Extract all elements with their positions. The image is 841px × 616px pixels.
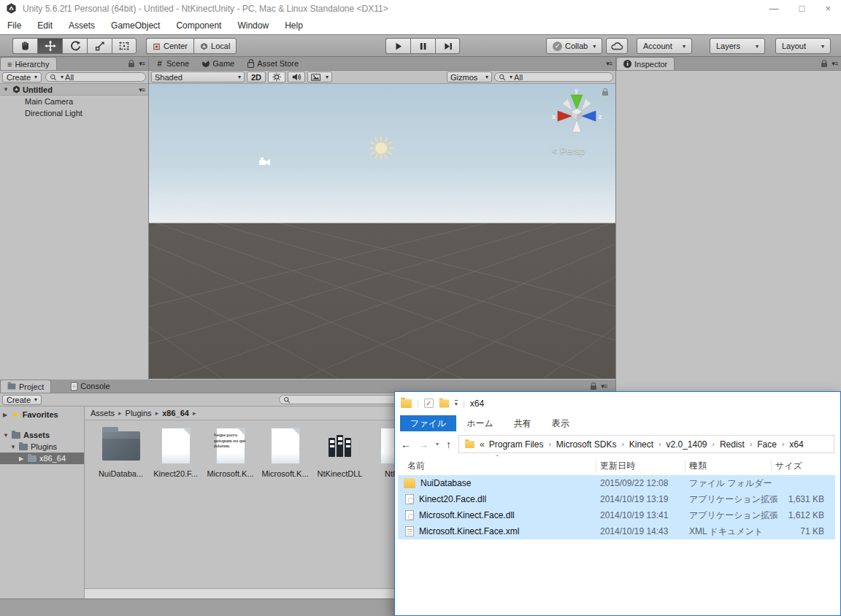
column-header-type[interactable]: 種類 [686, 460, 772, 472]
scene-search-input[interactable]: ▾ All [494, 72, 613, 82]
column-header-name[interactable]: 名前 [404, 460, 596, 472]
tab-console[interactable]: Console [64, 380, 116, 393]
minimize-button[interactable]: — [769, 3, 779, 14]
folder-icon[interactable] [439, 399, 450, 407]
maximize-button[interactable]: □ [799, 3, 805, 14]
explorer-title-bar[interactable]: | ✓ ▾ | x64 [395, 392, 840, 415]
effects-dropdown[interactable]: ▾ [307, 72, 332, 82]
address-crumb[interactable]: Microsoft SDKs [556, 439, 617, 450]
scene-viewport[interactable]: y x z < Persp [149, 84, 615, 379]
address-crumb[interactable]: Kinect [629, 439, 653, 450]
breadcrumb-item[interactable]: x86_64 [162, 409, 189, 417]
collab-button[interactable]: ✓ Collab ▾ [546, 38, 602, 54]
file-row[interactable]: Kinect20.Face.dll 2014/10/19 13:19 アプリケー… [398, 491, 835, 507]
quick-access-dropdown-icon[interactable]: ▾ [455, 400, 458, 407]
ribbon-tab[interactable]: ファイル [400, 415, 456, 431]
foldout-icon[interactable]: ▼ [3, 432, 9, 439]
breadcrumb-item[interactable]: Assets [91, 409, 115, 417]
layers-dropdown[interactable]: Layers ▾ [710, 38, 765, 54]
sun-gizmo[interactable] [365, 132, 397, 164]
panel-menu-icon[interactable]: ▾≡ [606, 60, 612, 67]
pause-button[interactable] [410, 38, 435, 54]
rect-tool-button[interactable] [112, 38, 137, 54]
asset-item[interactable]: Microsoft.K... [258, 426, 312, 478]
lock-icon[interactable] [591, 385, 596, 390]
address-crumb[interactable]: Redist [720, 439, 745, 450]
lock-icon[interactable] [128, 63, 134, 67]
rotate-tool-button[interactable] [62, 38, 87, 54]
view-tab[interactable]: Asset Store [241, 57, 305, 70]
scene-header-row[interactable]: ▼ Untitled ▾≡ [0, 84, 148, 96]
project-create-button[interactable]: Create ▾ [2, 395, 42, 405]
hierarchy-item[interactable]: Main Camera [0, 96, 148, 107]
up-button[interactable]: ↑ [446, 439, 451, 450]
file-row[interactable]: Microsoft.Kinect.Face.dll 2014/10/19 13:… [398, 507, 835, 523]
panel-menu-icon[interactable]: ▾≡ [832, 60, 837, 67]
menu-item[interactable]: Component [176, 20, 221, 31]
foldout-icon[interactable]: ▶ [3, 412, 9, 418]
ribbon-tab[interactable]: 表示 [542, 415, 580, 431]
lock-icon[interactable] [821, 63, 827, 67]
camera-gizmo[interactable] [258, 157, 272, 167]
asset-item[interactable]: Neque porro quisquam est qui dolorem. Mi… [203, 426, 258, 478]
pivot-center-button[interactable]: Center [146, 38, 193, 54]
hierarchy-search-input[interactable]: ▾ All [45, 72, 146, 82]
asset-item[interactable]: Kinect20.F... [148, 426, 203, 478]
address-crumb[interactable]: Program Files [489, 439, 544, 450]
address-crumb[interactable]: v2.0_1409 [666, 439, 707, 450]
address-crumb[interactable]: Face [757, 439, 777, 450]
tree-item-plugins[interactable]: ▼ Plugins [0, 441, 84, 453]
asset-item[interactable]: NtKinectDLL [312, 426, 367, 478]
tree-item-assets[interactable]: ▼ Assets [0, 429, 84, 441]
ribbon-tab[interactable]: 共有 [504, 415, 542, 431]
hand-tool-button[interactable] [12, 38, 37, 54]
pivot-local-button[interactable]: Local [193, 38, 237, 54]
menu-item[interactable]: File [7, 20, 21, 31]
asset-item[interactable]: NuiDataba... [93, 426, 148, 478]
2d-toggle-button[interactable]: 2D [247, 72, 266, 82]
axis-gizmo[interactable]: y x z [548, 86, 605, 143]
file-row[interactable]: Microsoft.Kinect.Face.xml 2014/10/19 14:… [398, 523, 835, 539]
menu-item[interactable]: Assets [69, 20, 95, 31]
hierarchy-item[interactable]: Directional Light [0, 107, 148, 119]
view-tab[interactable]: Scene [149, 57, 196, 70]
column-header-date[interactable]: 更新日時 [596, 460, 686, 472]
column-header-size[interactable]: サイズ [772, 460, 834, 472]
menu-item[interactable]: Window [237, 20, 269, 31]
tab-project[interactable]: Project [0, 380, 51, 393]
tab-hierarchy[interactable]: ≡ Hierarchy [0, 57, 57, 70]
menu-item[interactable]: Help [285, 20, 303, 31]
address-bar[interactable]: « Program Files›Microsoft SDKs›Kinect›v2… [458, 435, 834, 453]
foldout-icon[interactable]: ▼ [3, 86, 10, 93]
hierarchy-create-button[interactable]: Create ▾ [2, 72, 42, 82]
breadcrumb-item[interactable]: Plugins [126, 409, 152, 417]
menu-item[interactable]: GameObject [111, 20, 160, 31]
scale-tool-button[interactable] [87, 38, 112, 54]
ribbon-tab[interactable]: ホーム [456, 415, 504, 431]
close-button[interactable]: × [825, 3, 831, 14]
file-row[interactable]: NuiDatabase 2015/09/22 12:08 ファイル フォルダー [398, 475, 835, 491]
cloud-button[interactable] [606, 38, 628, 54]
address-overflow-icon[interactable]: « [480, 439, 485, 450]
panel-menu-icon[interactable]: ▾≡ [601, 382, 607, 390]
shading-mode-dropdown[interactable]: Shaded ▾ [151, 72, 245, 82]
quick-access-check-icon[interactable]: ✓ [424, 399, 434, 408]
recent-locations-dropdown[interactable]: ▾ [436, 441, 439, 447]
back-button[interactable]: ← [401, 439, 411, 450]
audio-toggle-button[interactable] [288, 72, 305, 82]
foldout-icon[interactable]: ▶ [19, 455, 25, 462]
tab-inspector[interactable]: i Inspector [616, 57, 675, 70]
gizmos-dropdown[interactable]: Gizmos ▾ [447, 72, 492, 82]
view-tab[interactable]: Game [196, 57, 241, 70]
foldout-icon[interactable]: ▼ [10, 444, 16, 450]
play-button[interactable] [385, 38, 410, 54]
scene-menu-icon[interactable]: ▾≡ [139, 86, 145, 93]
address-crumb[interactable]: x64 [789, 439, 803, 450]
lighting-toggle-button[interactable] [268, 72, 285, 82]
tree-item-x86-64[interactable]: ▶ x86_64 [0, 453, 84, 464]
layout-dropdown[interactable]: Layout ▾ [775, 38, 831, 54]
step-button[interactable] [435, 38, 460, 54]
panel-menu-icon[interactable]: ▾≡ [139, 60, 145, 67]
move-tool-button[interactable] [37, 38, 62, 54]
tree-item-favorites[interactable]: ▶ ★ Favorites [0, 409, 84, 420]
